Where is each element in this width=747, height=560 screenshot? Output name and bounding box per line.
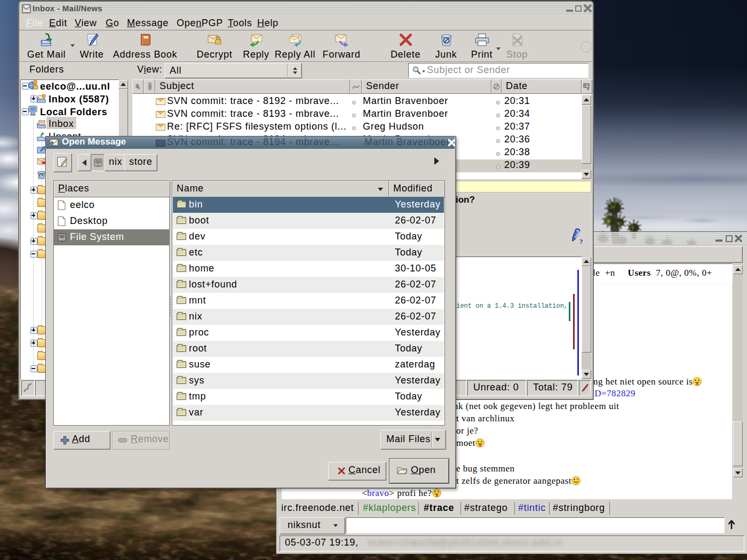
svg-text:?: ? — [579, 237, 583, 245]
